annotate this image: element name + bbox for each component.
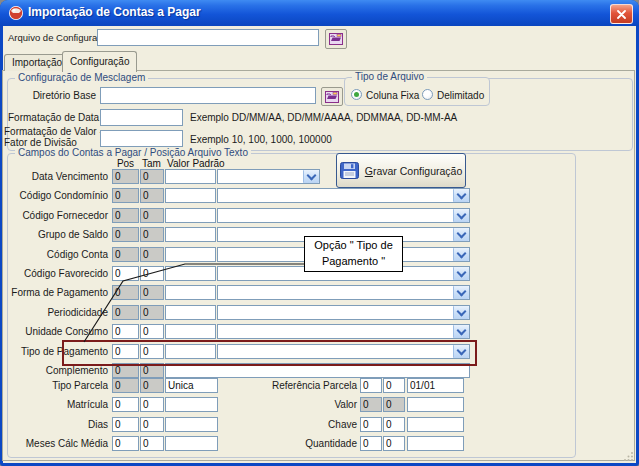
tam-input-complemento[interactable]: [140, 363, 164, 378]
tam-input-codigo-favorecido[interactable]: [140, 266, 164, 281]
combo-dropdown-button[interactable]: [453, 306, 469, 319]
combo-dropdown-button[interactable]: [303, 170, 319, 183]
combo-dropdown-button[interactable]: [453, 267, 469, 280]
browse-diretorio-button[interactable]: [321, 87, 343, 106]
valor-padrao-input-grupo-de-saldo[interactable]: [165, 227, 216, 242]
pos-input-quantidade[interactable]: [360, 436, 382, 451]
app-icon: [8, 5, 24, 21]
pos-input-tipo-parcela[interactable]: [112, 378, 139, 393]
tam-input-data-vencimento[interactable]: [140, 169, 164, 184]
combo-dropdown-button[interactable]: [453, 286, 469, 299]
pos-input-data-vencimento[interactable]: [112, 169, 139, 184]
tab-importacao[interactable]: Importação: [4, 54, 70, 71]
pos-input-periodicidade[interactable]: [112, 305, 139, 320]
pos-input-unidade-consumo[interactable]: [112, 324, 139, 339]
pos-input-referencia-parcela[interactable]: [360, 378, 382, 393]
pos-input-dias[interactable]: [112, 417, 139, 432]
valor-input-referencia-parcela[interactable]: [407, 378, 464, 393]
combo-dropdown-button[interactable]: [453, 345, 469, 358]
tam-input-chave[interactable]: [383, 417, 405, 432]
row-label-meses-calc-media: Meses Cálc Média: [0, 438, 108, 449]
pos-input-codigo-condominio[interactable]: [112, 188, 139, 203]
combo-data-vencimento[interactable]: [217, 169, 320, 184]
valor-input-valor[interactable]: [407, 397, 464, 412]
tam-input-dias[interactable]: [140, 417, 164, 432]
row-label-codigo-favorecido: Código Favorecido: [0, 268, 108, 279]
diretorio-base-input[interactable]: [100, 87, 316, 104]
tam-input-meses-calc-media[interactable]: [140, 436, 164, 451]
combo-dropdown-button[interactable]: [453, 189, 469, 202]
valor-input-dias[interactable]: [165, 417, 218, 432]
tam-input-codigo-condominio[interactable]: [140, 188, 164, 203]
valor-input-chave[interactable]: [407, 417, 464, 432]
valor-padrao-input-complemento[interactable]: [165, 363, 470, 378]
row-label-unidade-consumo: Unidade Consumo: [0, 326, 108, 337]
combo-dropdown-button[interactable]: [453, 209, 469, 222]
row-label-valor: Valor: [247, 399, 357, 410]
pos-input-codigo-favorecido[interactable]: [112, 266, 139, 281]
valor-padrao-input-codigo-favorecido[interactable]: [165, 266, 216, 281]
annotation-line1: Opção " Tipo de: [314, 239, 393, 251]
valor-padrao-input-codigo-conta[interactable]: [165, 247, 216, 262]
tam-input-referencia-parcela[interactable]: [383, 378, 405, 393]
pos-input-forma-de-pagamento[interactable]: [112, 285, 139, 300]
tam-input-forma-de-pagamento[interactable]: [140, 285, 164, 300]
valor-input-matricula[interactable]: [165, 397, 218, 412]
combo-forma-de-pagamento[interactable]: [217, 285, 470, 300]
annotation-callout: Opção " Tipo de Pagamento ": [304, 236, 403, 272]
combo-codigo-condominio[interactable]: [217, 188, 470, 203]
tam-input-grupo-de-saldo[interactable]: [140, 227, 164, 242]
config-file-input[interactable]: [97, 29, 319, 46]
pos-input-meses-calc-media[interactable]: [112, 436, 139, 451]
tam-input-tipo-parcela[interactable]: [140, 378, 164, 393]
combo-dropdown-button[interactable]: [453, 325, 469, 338]
valor-padrao-input-codigo-fornecedor[interactable]: [165, 208, 216, 223]
combo-unidade-consumo[interactable]: [217, 324, 470, 339]
save-config-button[interactable]: Gravar Configuração: [336, 153, 466, 188]
chevron-down-icon: [457, 286, 467, 296]
valor-padrao-input-tipo-de-pagamento[interactable]: [165, 344, 216, 359]
chevron-down-icon: [457, 248, 467, 258]
tam-input-matricula[interactable]: [140, 397, 164, 412]
radio-coluna-fixa[interactable]: [351, 89, 362, 100]
row-label-dias: Dias: [0, 419, 108, 430]
resize-grip[interactable]: [624, 451, 634, 461]
pos-input-tipo-de-pagamento[interactable]: [112, 344, 139, 359]
combo-periodicidade[interactable]: [217, 305, 470, 320]
valor-padrao-input-data-vencimento[interactable]: [165, 169, 216, 184]
valor-padrao-input-periodicidade[interactable]: [165, 305, 216, 320]
pos-input-matricula[interactable]: [112, 397, 139, 412]
tam-input-codigo-fornecedor[interactable]: [140, 208, 164, 223]
combo-dropdown-button[interactable]: [453, 248, 469, 261]
valor-padrao-input-forma-de-pagamento[interactable]: [165, 285, 216, 300]
combo-dropdown-button[interactable]: [453, 228, 469, 241]
tam-input-codigo-conta[interactable]: [140, 247, 164, 262]
tam-input-periodicidade[interactable]: [140, 305, 164, 320]
valor-padrao-input-codigo-condominio[interactable]: [165, 188, 216, 203]
valor-input-quantidade[interactable]: [407, 436, 464, 451]
pos-input-codigo-fornecedor[interactable]: [112, 208, 139, 223]
pos-input-chave[interactable]: [360, 417, 382, 432]
formatacao-data-input[interactable]: [100, 109, 183, 126]
valor-padrao-input-unidade-consumo[interactable]: [165, 324, 216, 339]
pos-input-complemento[interactable]: [112, 363, 139, 378]
formatacao-valor-input[interactable]: [100, 130, 183, 147]
row-label-codigo-fornecedor: Código Fornecedor: [0, 210, 108, 221]
pos-input-valor[interactable]: [360, 397, 382, 412]
tam-input-tipo-de-pagamento[interactable]: [140, 344, 164, 359]
tam-input-unidade-consumo[interactable]: [140, 324, 164, 339]
row-label-codigo-condominio: Código Condomínio: [0, 190, 108, 201]
radio-delimitado[interactable]: [422, 89, 433, 100]
combo-codigo-fornecedor[interactable]: [217, 208, 470, 223]
pos-input-codigo-conta[interactable]: [112, 247, 139, 262]
close-button[interactable]: [610, 4, 633, 24]
browse-config-file-button[interactable]: [325, 29, 347, 49]
valor-input-meses-calc-media[interactable]: [165, 436, 218, 451]
tab-configuracao[interactable]: Configuração: [62, 51, 137, 72]
valor-input-tipo-parcela[interactable]: [165, 378, 218, 393]
row-label-data-vencimento: Data Vencimento: [0, 171, 108, 182]
combo-tipo-de-pagamento[interactable]: [217, 344, 470, 359]
tam-input-valor[interactable]: [383, 397, 405, 412]
pos-input-grupo-de-saldo[interactable]: [112, 227, 139, 242]
tam-input-quantidade[interactable]: [383, 436, 405, 451]
